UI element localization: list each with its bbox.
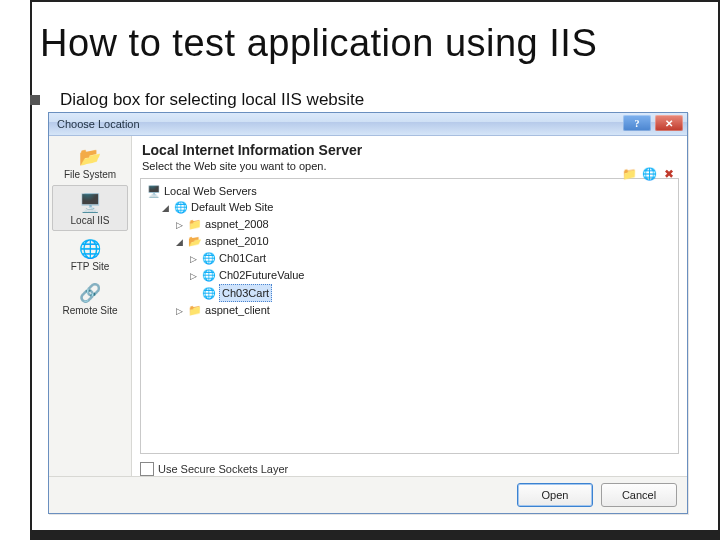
app-icon: 🌐: [202, 268, 216, 282]
app-icon: 🌐: [202, 251, 216, 265]
expander-icon[interactable]: ▷: [189, 268, 198, 284]
tree-folder[interactable]: 📂 aspnet_2010: [188, 233, 269, 249]
panel-subtitle: Select the Web site you want to open.: [142, 160, 677, 172]
location-sidebar: 📂 File System 🖥️ Local IIS 🌐 FTP Site 🔗 …: [49, 136, 132, 476]
close-button[interactable]: ✕: [655, 115, 683, 131]
tree-label: aspnet_client: [205, 302, 270, 318]
sidebar-item-label: File System: [64, 169, 116, 180]
tree-label: Local Web Servers: [164, 183, 257, 199]
tree-label: Ch03Cart: [219, 284, 272, 302]
tree-default-site[interactable]: 🌐 Default Web Site: [174, 199, 273, 215]
tree-folder[interactable]: 📁 aspnet_client: [188, 302, 270, 318]
ssl-label: Use Secure Sockets Layer: [158, 463, 288, 475]
tree-label: Ch01Cart: [219, 250, 266, 266]
tree-toolbar: 📁 🌐 ✖: [621, 166, 677, 182]
folder-open-icon: 📂: [188, 234, 202, 248]
tree-app-selected[interactable]: 🌐 Ch03Cart: [202, 284, 272, 302]
tree-app[interactable]: 🌐 Ch01Cart: [202, 250, 266, 266]
ssl-row: Use Secure Sockets Layer: [132, 458, 687, 476]
tree-label: aspnet_2010: [205, 233, 269, 249]
new-site-icon[interactable]: 🌐: [641, 166, 657, 182]
new-app-icon[interactable]: 📁: [621, 166, 637, 182]
sidebar-item-file-system[interactable]: 📂 File System: [49, 140, 131, 184]
tree-label: aspnet_2008: [205, 216, 269, 232]
server-icon: 🖥️: [147, 184, 161, 198]
tree-root[interactable]: 🖥️ Local Web Servers: [147, 183, 257, 199]
globe-icon: 🌐: [75, 237, 105, 261]
expander-icon[interactable]: ◢: [175, 234, 184, 250]
sidebar-item-local-iis[interactable]: 🖥️ Local IIS: [52, 185, 128, 231]
dialog-footer: Open Cancel: [49, 476, 687, 513]
tree-label: Default Web Site: [191, 199, 273, 215]
main-panel: Local Internet Information Server Select…: [132, 136, 687, 476]
ssl-checkbox[interactable]: [140, 462, 154, 476]
open-button[interactable]: Open: [517, 483, 593, 507]
tree-folder[interactable]: 📁 aspnet_2008: [188, 216, 269, 232]
help-button[interactable]: ?: [623, 115, 651, 131]
site-tree[interactable]: 🖥️ Local Web Servers ◢ 🌐 Default Web Sit…: [140, 178, 679, 454]
delete-icon[interactable]: ✖: [661, 166, 677, 182]
dialog-titlebar: Choose Location ? ✕: [49, 113, 687, 136]
folder-icon: 📁: [188, 217, 202, 231]
globe-icon: 🌐: [174, 200, 188, 214]
sidebar-item-remote-site[interactable]: 🔗 Remote Site: [49, 276, 131, 320]
folder-icon: 📁: [188, 303, 202, 317]
dialog-title: Choose Location: [57, 118, 140, 130]
app-icon: 🌐: [202, 286, 216, 300]
sidebar-item-label: Local IIS: [71, 215, 110, 226]
sidebar-item-ftp-site[interactable]: 🌐 FTP Site: [49, 232, 131, 276]
folder-icon: 📂: [75, 145, 105, 169]
slide-bullet-row: Dialog box for selecting local IIS websi…: [30, 90, 710, 110]
sidebar-item-label: FTP Site: [71, 261, 110, 272]
link-icon: 🔗: [75, 281, 105, 305]
bullet-icon: [30, 95, 40, 105]
expander-icon[interactable]: ▷: [189, 251, 198, 267]
bullet-text: Dialog box for selecting local IIS websi…: [60, 90, 364, 110]
sidebar-item-label: Remote Site: [62, 305, 117, 316]
panel-title: Local Internet Information Server: [142, 142, 677, 158]
tree-app[interactable]: 🌐 Ch02FutureValue: [202, 267, 304, 283]
server-icon: 🖥️: [75, 191, 105, 215]
tree-label: Ch02FutureValue: [219, 267, 304, 283]
expander-icon[interactable]: ◢: [161, 200, 170, 216]
cancel-button[interactable]: Cancel: [601, 483, 677, 507]
slide-title: How to test application using IIS: [40, 22, 710, 65]
expander-icon[interactable]: ▷: [175, 303, 184, 319]
expander-icon[interactable]: ▷: [175, 217, 184, 233]
choose-location-dialog: Choose Location ? ✕ 📂 File System 🖥️ Loc…: [48, 112, 688, 514]
